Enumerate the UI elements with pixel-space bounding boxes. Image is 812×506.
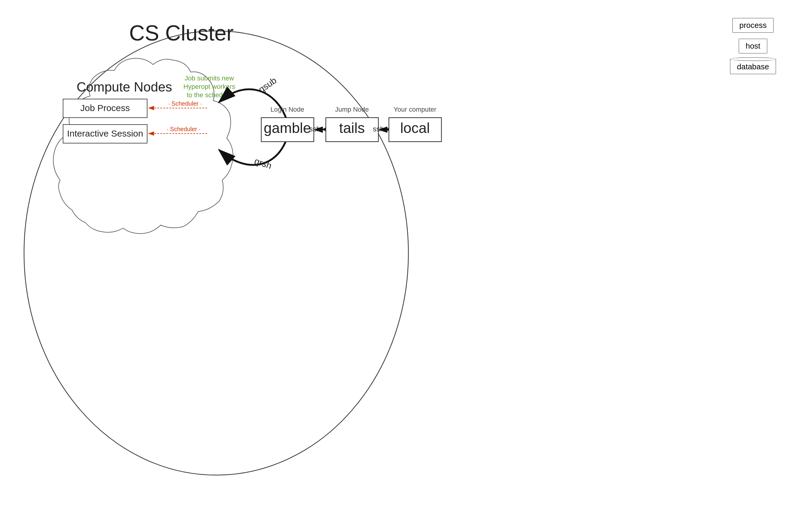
legend-database-label: database <box>737 62 769 71</box>
legend: process host database <box>730 18 776 74</box>
gamble-label: gamble <box>264 120 311 136</box>
cs-cluster-title: CS Cluster <box>129 21 234 45</box>
legend-host-item: host <box>730 39 776 54</box>
tails-sublabel: Jump Node <box>335 106 369 113</box>
gamble-sublabel: Login Node <box>271 106 304 113</box>
scheduler-bottom-label: · Scheduler · <box>167 126 200 132</box>
legend-host-label: host <box>746 41 760 51</box>
legend-process-label: process <box>739 21 767 30</box>
qrsh-arrow <box>219 139 287 165</box>
ssh-gamble-tails-label: ssh◄ <box>309 125 327 133</box>
ssh-tails-local-label: ssh◄ <box>373 125 391 133</box>
tails-label: tails <box>339 120 365 136</box>
legend-process-box: process <box>732 18 773 33</box>
local-label: local <box>400 120 430 136</box>
job-process-label: Job Process <box>80 103 130 113</box>
qrsh-label: qrsh <box>253 156 273 170</box>
legend-process-item: process <box>730 18 776 33</box>
diagram-container: CS Cluster Compute Nodes Job Process Int… <box>0 0 812 506</box>
qsub-arrow <box>219 89 287 120</box>
scheduler-top-label: · Scheduler · <box>168 100 202 107</box>
legend-host-box: host <box>739 39 767 54</box>
interactive-session-label: Interactive Session <box>67 129 143 138</box>
local-sublabel: Your computer <box>394 106 436 113</box>
compute-nodes-label: Compute Nodes <box>77 80 172 94</box>
legend-database-box: database <box>730 60 776 74</box>
legend-database-item: database <box>730 60 776 74</box>
